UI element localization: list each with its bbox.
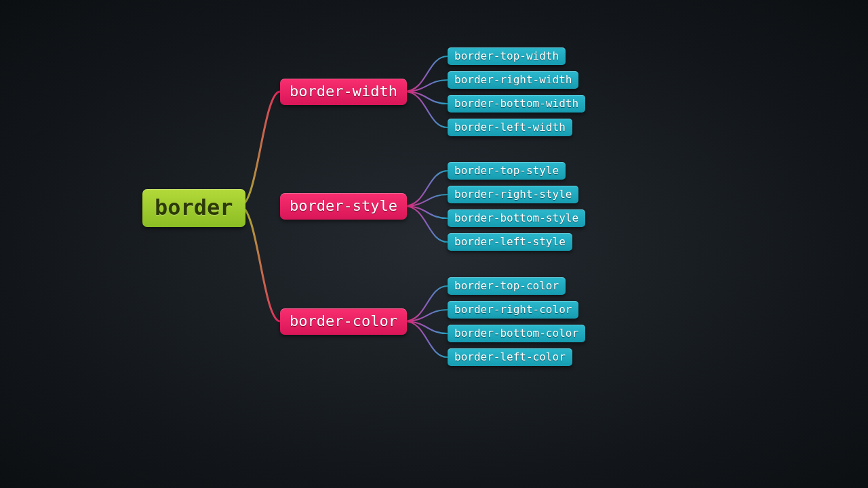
node-border-style: border-style [280,193,407,220]
node-border-right-style: border-right-style [448,186,578,203]
node-border-left-color: border-left-color [448,348,572,366]
node-border-color: border-color [280,308,407,335]
node-border-left-style: border-left-style [448,233,572,251]
node-border-top-color: border-top-color [448,277,566,295]
node-border-width: border-width [280,79,407,105]
node-border-right-width: border-right-width [448,71,578,89]
node-border-left-width: border-left-width [448,119,572,136]
node-border-bottom-color: border-bottom-color [448,325,585,342]
connector-lines [0,0,868,488]
node-border-bottom-style: border-bottom-style [448,209,585,227]
node-border: border [142,189,245,227]
node-border-top-width: border-top-width [448,47,566,65]
node-border-top-style: border-top-style [448,162,566,180]
node-border-bottom-width: border-bottom-width [448,95,585,113]
node-border-right-color: border-right-color [448,301,578,319]
